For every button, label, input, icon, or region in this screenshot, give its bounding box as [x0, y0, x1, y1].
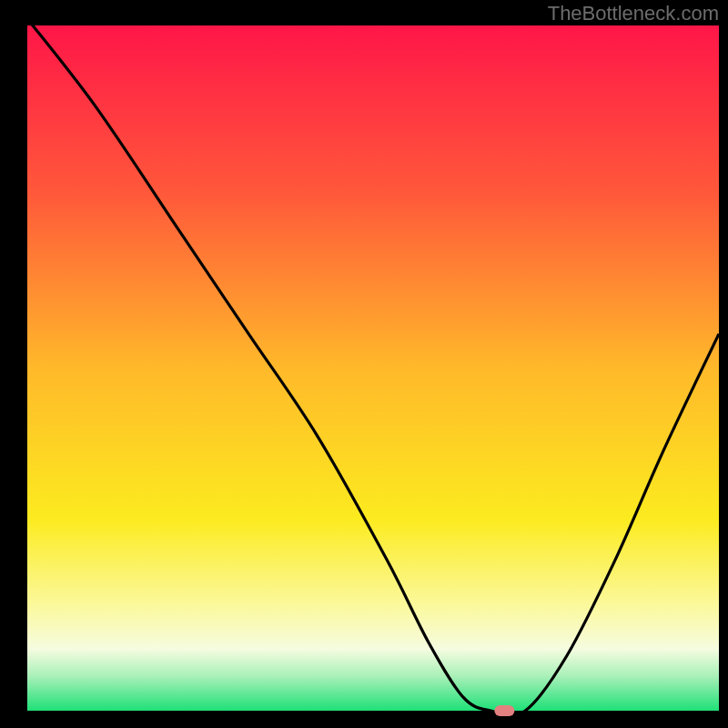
watermark-text: TheBottleneck.com: [548, 2, 719, 25]
chart-frame: TheBottleneck.com: [0, 0, 728, 728]
bottleneck-chart: [0, 0, 728, 728]
gradient-background: [27, 25, 719, 711]
optimal-marker: [494, 705, 514, 716]
